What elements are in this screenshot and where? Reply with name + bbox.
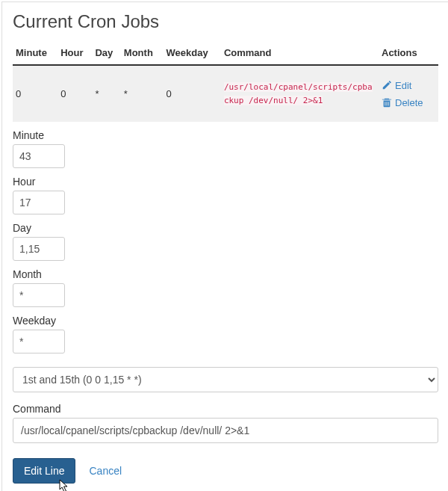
day-group: Day (13, 222, 438, 261)
col-day: Day (92, 43, 120, 65)
edit-line-button[interactable]: Edit Line (13, 458, 75, 484)
weekday-group: Weekday (13, 315, 438, 353)
weekday-input[interactable] (13, 330, 65, 353)
day-input[interactable] (13, 237, 65, 261)
edit-label: Edit (395, 80, 411, 91)
pencil-icon (382, 80, 392, 90)
table-header-row: Minute Hour Day Month Weekday Command Ac… (13, 43, 438, 65)
edit-action[interactable]: Edit (382, 77, 435, 94)
button-row: Edit Line Cancel (13, 458, 438, 484)
cell-day: * (92, 65, 120, 122)
page-title: Current Cron Jobs (13, 11, 438, 32)
col-actions: Actions (379, 43, 438, 65)
minute-input[interactable] (13, 144, 65, 168)
minute-label: Minute (13, 129, 438, 141)
cell-month: * (121, 65, 164, 122)
cron-jobs-panel: Current Cron Jobs Minute Hour Day Month … (1, 1, 448, 491)
cell-weekday: 0 (164, 65, 221, 122)
day-label: Day (13, 222, 438, 234)
command-group: Command (13, 403, 438, 443)
delete-label: Delete (395, 97, 423, 108)
minute-group: Minute (13, 129, 438, 168)
month-group: Month (13, 268, 438, 307)
cell-hour: 0 (57, 65, 92, 122)
cancel-button[interactable]: Cancel (89, 465, 122, 477)
col-minute: Minute (13, 43, 57, 65)
col-hour: Hour (57, 43, 92, 65)
weekday-label: Weekday (13, 315, 438, 327)
hour-input[interactable] (13, 191, 65, 214)
hour-label: Hour (13, 176, 438, 188)
cron-table: Minute Hour Day Month Weekday Command Ac… (13, 43, 438, 122)
col-month: Month (121, 43, 164, 65)
month-input[interactable] (13, 283, 65, 307)
cell-command: /usr/local/cpanel/scripts/cpbackup /dev/… (221, 65, 379, 122)
cell-minute: 0 (13, 65, 57, 122)
command-label: Command (13, 403, 438, 415)
preset-group: 1st and 15th (0 0 1,15 * *) (13, 367, 438, 392)
delete-action[interactable]: Delete (382, 94, 435, 111)
table-row: 0 0 * * 0 /usr/local/cpanel/scripts/cpba… (13, 65, 438, 122)
col-command: Command (221, 43, 379, 65)
command-input[interactable] (13, 418, 438, 443)
hour-group: Hour (13, 176, 438, 214)
col-weekday: Weekday (164, 43, 221, 65)
preset-select[interactable]: 1st and 15th (0 0 1,15 * *) (13, 367, 438, 392)
trash-icon (382, 97, 392, 108)
cell-actions: Edit Delete (379, 65, 438, 122)
month-label: Month (13, 268, 438, 280)
